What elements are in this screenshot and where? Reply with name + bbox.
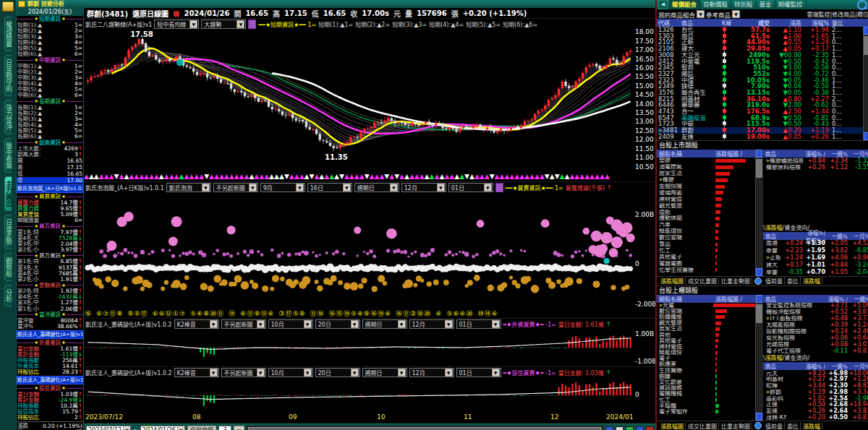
panel-tab-0[interactable]: 報價組合 <box>669 0 700 9</box>
strip-tab-權證精靈[interactable]: 權證精靈 <box>4 17 12 51</box>
portfolio-combo[interactable]: 我的商品組合 <box>658 10 695 19</box>
toolbar-dropdown[interactable]: 10月▼ <box>268 319 313 329</box>
sector-row[interactable]: 航運業 <box>657 361 755 367</box>
view-tab[interactable]: 漲跌幅 <box>801 422 822 430</box>
sector-row[interactable]: 其他電子 <box>657 338 755 344</box>
view-tab[interactable]: 委比 <box>786 277 801 285</box>
chevron-down-icon[interactable]: ▼ <box>697 10 705 18</box>
view-tab[interactable]: 值前量 <box>764 277 785 285</box>
toolbar-dropdown[interactable]: 不另起新圖▼ <box>213 183 258 192</box>
toolbar-dropdown[interactable]: 週期日▼ <box>362 319 407 329</box>
sector-row[interactable]: 其他 <box>657 332 755 337</box>
sector-row[interactable]: 電機機械 <box>657 391 755 397</box>
sector-row[interactable]: 綠能環保 <box>657 350 755 356</box>
sector-row[interactable]: 汽車 <box>657 222 755 228</box>
sector-row[interactable]: 金融保險 <box>657 184 755 190</box>
sector-row[interactable]: 鋼鐵 <box>657 374 755 379</box>
toolbar-dropdown[interactable]: 週期日▼ <box>362 368 407 377</box>
tool-icon-green[interactable] <box>626 426 634 430</box>
quote-scrollbar[interactable] <box>863 27 868 140</box>
bubble-chart[interactable]: 2.00B0-2.00B <box>84 192 655 309</box>
strip-tab-分析[interactable]: 分析 <box>4 285 12 306</box>
toolbar-dropdown[interactable]: K2棒音▼ <box>174 368 219 377</box>
settings-icon[interactable] <box>248 20 256 29</box>
index-row[interactable]: 橡膠原料指標+0.26+1.12-3.55 <box>763 165 868 172</box>
view-tab[interactable]: 漲跌幅圖 <box>659 422 686 430</box>
stock-perf-row[interactable]: 茂林-KY+0.20+0.50+0.81 <box>763 414 868 421</box>
strip-tab-盤中看盤[interactable]: 盤中看盤 <box>4 138 12 173</box>
trust-inst-chart[interactable]: 0 <box>84 377 655 413</box>
stock-perf-row[interactable]: 南港+0.24+1.30+2.05+4.52 <box>763 240 868 247</box>
toolbar-dropdown[interactable]: 10月▼ <box>268 368 313 377</box>
sector-row[interactable]: 化學生技醫療 <box>657 267 755 273</box>
reference-combo[interactable]: 參考商品 <box>706 10 731 19</box>
toolbar-dropdown[interactable]: 01日▼ <box>456 319 501 329</box>
sector-row[interactable]: 生技醫療 <box>657 368 755 374</box>
tool-icon-white[interactable] <box>616 426 624 430</box>
index-row[interactable]: 電子代工指標-0.11+0.81 <box>763 348 868 354</box>
toolbar-dropdown[interactable]: 9月▼ <box>260 183 305 192</box>
sector-row[interactable]: 數位雲端 <box>657 309 755 314</box>
stock-perf-row[interactable]: 友達+0.26+2.64+3.83 <box>763 408 868 415</box>
sector-row[interactable]: 其他電子 <box>657 254 755 260</box>
sector-row[interactable]: 半導體 <box>657 403 755 409</box>
panel-tab-3[interactable]: 基金 <box>757 0 775 9</box>
chevron-down-icon[interactable]: ▼ <box>732 10 740 18</box>
sector-row[interactable]: 建材營造 <box>657 196 755 202</box>
keep-space-input[interactable]: 3 <box>218 426 231 430</box>
sector-row[interactable]: 綠能環保 <box>657 228 755 235</box>
stock-perf-row[interactable]: 華豐-0.35+0.70+1.05-2.04 <box>763 269 868 276</box>
toolbar-dropdown[interactable]: 16日▼ <box>307 183 352 192</box>
stock-perf-row[interactable]: »群創+1.19+2.98+3.34 <box>763 389 868 395</box>
strip-tab-日盛走勢[interactable]: 日盛走勢 <box>4 215 12 249</box>
collapse-panel-icon[interactable]: ◀ <box>658 0 668 9</box>
toolbar-dropdown[interactable]: 12月▼ <box>409 368 454 377</box>
panel-tab-4[interactable]: 期權監控 <box>775 0 807 9</box>
sector-row[interactable]: 化工 <box>657 397 755 403</box>
toolbar-dropdown[interactable]: 01日▼ <box>448 183 493 192</box>
sector-row[interactable]: 食品 <box>657 241 755 248</box>
main-chart[interactable]: 17.5811.3518.0017.5017.0016.5016.0015.50… <box>84 29 655 172</box>
toolbar-dropdown[interactable]: 週期日▼ <box>354 183 399 192</box>
quote-col-header[interactable]: K棒 <box>722 19 732 27</box>
sector-row[interactable]: 建材營造 <box>657 344 755 350</box>
sector-scrollbar[interactable] <box>755 295 762 421</box>
toolbar-dropdown[interactable]: 凱氏泡泡▼ <box>166 183 211 192</box>
stock-perf-row[interactable]: »正新+1.24+1.69+4.06+0.90 <box>763 254 868 262</box>
sector-row[interactable]: 觀光餐旅 <box>657 320 755 326</box>
formula-title-bar[interactable]: 凱氏泡泡圖_(A+日K版)v1.0.1 <box>17 184 83 193</box>
view-tab[interactable]: 漲跌幅 <box>801 277 822 285</box>
panel-tab-1[interactable]: 自動選股 <box>700 0 731 9</box>
spinner-buttons[interactable]: ≡ <box>234 426 244 430</box>
chart-scrollbar[interactable] <box>247 426 603 430</box>
formula-title-bar[interactable]: 凱氏法人_籌碼變化(A+版)v1.0 <box>17 330 83 339</box>
view-tab[interactable]: 漲跌幅圖 <box>659 277 686 285</box>
sector-row[interactable]: 居家生活 <box>657 171 755 177</box>
sector-row[interactable]: »橡膠 <box>657 177 755 184</box>
date-to-combo[interactable]: 2024/01/26▼ <box>140 426 185 430</box>
view-tab[interactable]: 值前量 <box>764 422 785 430</box>
quote-col-header[interactable]: 漲跌 <box>770 19 801 27</box>
quote-col-header[interactable]: 商品 <box>681 19 722 27</box>
sector-row[interactable]: 玻璃陶瓷 <box>657 189 755 196</box>
stock-perf-row[interactable]: 建大+0.17+1.01+0.84-3.24 <box>763 262 868 269</box>
globe-icon[interactable] <box>754 422 762 429</box>
toolbar-dropdown[interactable]: 01日▼ <box>456 368 501 377</box>
toolbar-dropdown[interactable]: 20日▼ <box>315 319 360 329</box>
sector-row[interactable]: 油電燃氣 <box>657 164 755 171</box>
sector-row[interactable]: »光電 <box>657 303 755 309</box>
sector-row[interactable]: 文化創意 <box>657 379 755 385</box>
view-tab[interactable]: 成交比重圖 <box>686 422 719 430</box>
sector-row[interactable]: 化工 <box>657 247 755 254</box>
sector-scrollbar[interactable] <box>755 150 762 276</box>
search-icon[interactable] <box>857 0 867 10</box>
quote-col-header[interactable]: 代碼 <box>657 19 681 27</box>
strip-tab-觀察股[interactable]: 觀察股 <box>4 253 12 281</box>
sector-row[interactable]: 運動休閒 <box>657 215 755 222</box>
globe-icon[interactable] <box>754 278 762 285</box>
mini-tabs[interactable]: \漲跌幅/資金流向/ <box>763 354 868 362</box>
sector-row[interactable]: 資訊服務 <box>657 385 755 391</box>
stock-perf-row[interactable]: 泰豐+2.23+1.95+3.62-6.85 <box>763 247 868 254</box>
quote-row-2409[interactable]: 2409友達19.00s▲0.05+0.261... <box>657 134 863 140</box>
strip-tab-主力進出[interactable]: 主力進出 <box>4 176 12 211</box>
